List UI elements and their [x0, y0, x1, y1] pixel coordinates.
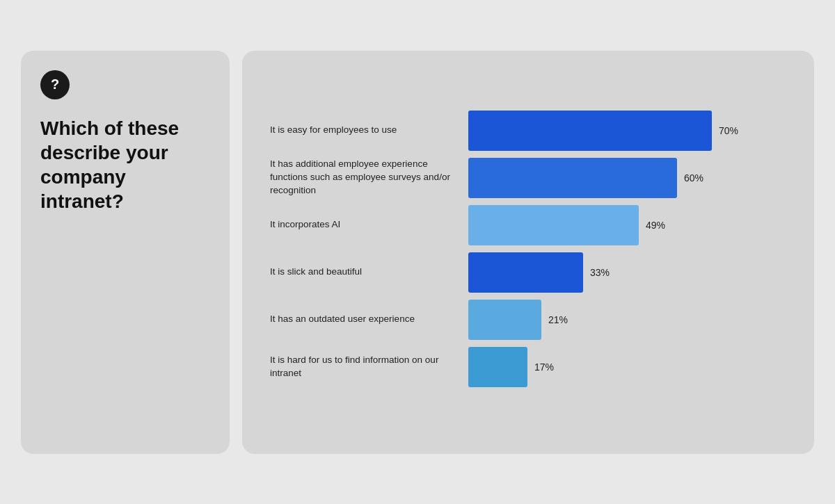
chart-row: It incorporates AI49% — [270, 205, 786, 245]
chart-row: It has additional employee experience fu… — [270, 158, 786, 198]
main-container: ? Which of these describe your company i… — [0, 0, 835, 504]
chart-row: It is hard for us to find information on… — [270, 347, 786, 387]
bar-percent: 21% — [548, 314, 568, 325]
bar-percent: 33% — [590, 267, 610, 278]
bar-label: It is slick and beautiful — [270, 266, 468, 279]
bar-label: It has additional employee experience fu… — [270, 158, 468, 197]
bar-percent: 49% — [646, 220, 665, 231]
question-text: Which of these describe your company int… — [40, 116, 210, 213]
chart-row: It is slick and beautiful33% — [270, 252, 786, 293]
bar-label: It has an outdated user experience — [270, 313, 468, 326]
bar-label: It is hard for us to find information on… — [270, 354, 468, 380]
bar — [468, 252, 583, 293]
bar-label: It is easy for employees to use — [270, 124, 468, 137]
bar-label: It incorporates AI — [270, 218, 468, 231]
question-icon: ? — [40, 70, 70, 99]
chart-container: It is easy for employees to use70%It has… — [270, 111, 786, 394]
bar-wrapper: 33% — [468, 252, 786, 293]
bar-wrapper: 60% — [468, 158, 786, 198]
left-panel: ? Which of these describe your company i… — [21, 51, 230, 454]
right-panel: It is easy for employees to use70%It has… — [242, 51, 814, 454]
bar-percent: 17% — [534, 361, 554, 373]
bar — [468, 111, 712, 151]
bar — [468, 347, 527, 387]
bar — [468, 158, 677, 198]
bar-percent: 70% — [719, 125, 738, 136]
chart-row: It has an outdated user experience21% — [270, 300, 786, 340]
bar-wrapper: 49% — [468, 205, 786, 245]
bar-wrapper: 70% — [468, 111, 786, 151]
bar — [468, 300, 541, 340]
bar-wrapper: 17% — [468, 347, 786, 387]
bar-wrapper: 21% — [468, 300, 786, 340]
bar — [468, 205, 639, 245]
chart-row: It is easy for employees to use70% — [270, 111, 786, 151]
bar-percent: 60% — [684, 172, 703, 184]
